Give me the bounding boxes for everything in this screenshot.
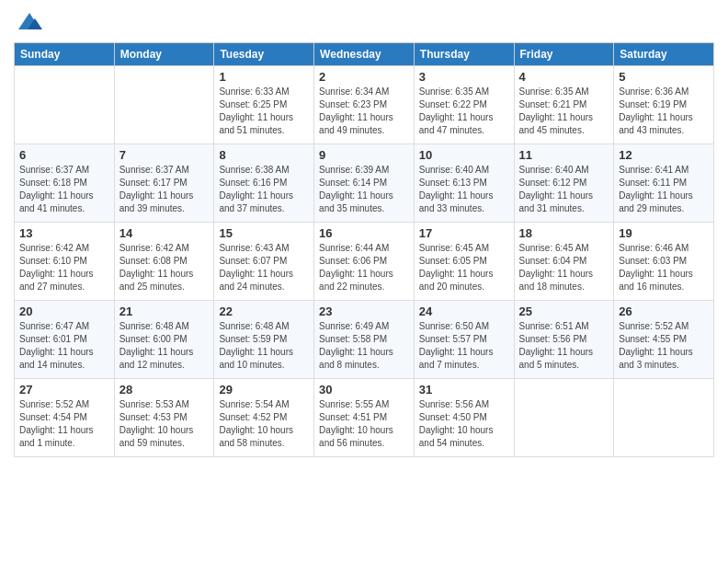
day-info: Sunrise: 6:43 AM Sunset: 6:07 PM Dayligh… [219,242,309,293]
day-number: 7 [119,148,210,162]
day-info: Sunrise: 6:37 AM Sunset: 6:18 PM Dayligh… [19,164,109,215]
day-info: Sunrise: 6:44 AM Sunset: 6:06 PM Dayligh… [319,242,409,293]
day-info: Sunrise: 6:41 AM Sunset: 6:11 PM Dayligh… [619,164,709,215]
calendar-cell: 22Sunrise: 6:48 AM Sunset: 5:59 PM Dayli… [214,301,314,379]
calendar-cell: 31Sunrise: 5:56 AM Sunset: 4:50 PM Dayli… [414,379,514,457]
calendar-cell: 19Sunrise: 6:46 AM Sunset: 6:03 PM Dayli… [614,223,714,301]
day-number: 26 [619,304,709,318]
day-info: Sunrise: 6:42 AM Sunset: 6:08 PM Dayligh… [119,242,210,293]
day-info: Sunrise: 6:40 AM Sunset: 6:12 PM Dayligh… [519,164,609,215]
calendar-cell: 5Sunrise: 6:36 AM Sunset: 6:19 PM Daylig… [614,66,714,144]
day-number: 15 [219,226,309,240]
day-number: 25 [519,304,609,318]
calendar-body: 1Sunrise: 6:33 AM Sunset: 6:25 PM Daylig… [15,66,714,457]
day-number: 28 [119,383,210,396]
day-info: Sunrise: 5:52 AM Sunset: 4:54 PM Dayligh… [19,398,109,450]
logo-icon [17,9,42,35]
day-number: 19 [619,226,709,240]
calendar-cell: 20Sunrise: 6:47 AM Sunset: 6:01 PM Dayli… [15,301,115,379]
calendar-week-row: 27Sunrise: 5:52 AM Sunset: 4:54 PM Dayli… [15,379,714,457]
weekday-header: Thursday [414,43,514,66]
day-info: Sunrise: 6:36 AM Sunset: 6:19 PM Dayligh… [619,86,709,137]
day-number: 16 [319,226,409,240]
day-number: 29 [219,383,309,396]
day-info: Sunrise: 6:40 AM Sunset: 6:13 PM Dayligh… [419,164,509,215]
calendar-cell: 16Sunrise: 6:44 AM Sunset: 6:06 PM Dayli… [314,223,415,301]
calendar-cell: 23Sunrise: 6:49 AM Sunset: 5:58 PM Dayli… [314,301,415,379]
day-number: 13 [19,226,109,240]
day-number: 6 [19,148,109,162]
logo [14,9,42,35]
day-info: Sunrise: 6:45 AM Sunset: 6:04 PM Dayligh… [519,242,609,293]
day-number: 8 [219,148,309,162]
day-number: 24 [419,304,509,318]
day-info: Sunrise: 5:56 AM Sunset: 4:50 PM Dayligh… [419,398,509,450]
day-number: 1 [219,70,309,84]
calendar-cell: 3Sunrise: 6:35 AM Sunset: 6:22 PM Daylig… [414,66,514,144]
calendar-cell: 28Sunrise: 5:53 AM Sunset: 4:53 PM Dayli… [114,379,214,457]
weekday-header: Saturday [614,43,714,66]
day-info: Sunrise: 5:53 AM Sunset: 4:53 PM Dayligh… [119,398,210,450]
calendar-cell: 27Sunrise: 5:52 AM Sunset: 4:54 PM Dayli… [15,379,115,457]
day-info: Sunrise: 6:37 AM Sunset: 6:17 PM Dayligh… [119,164,210,215]
day-info: Sunrise: 6:38 AM Sunset: 6:16 PM Dayligh… [219,164,309,215]
day-number: 22 [219,304,309,318]
calendar-cell: 21Sunrise: 6:48 AM Sunset: 6:00 PM Dayli… [114,301,214,379]
day-info: Sunrise: 6:46 AM Sunset: 6:03 PM Dayligh… [619,242,709,293]
calendar-cell: 1Sunrise: 6:33 AM Sunset: 6:25 PM Daylig… [214,66,314,144]
weekday-row: SundayMondayTuesdayWednesdayThursdayFrid… [15,43,714,66]
day-info: Sunrise: 6:50 AM Sunset: 5:57 PM Dayligh… [419,320,509,372]
day-info: Sunrise: 6:39 AM Sunset: 6:14 PM Dayligh… [319,164,409,215]
day-info: Sunrise: 6:45 AM Sunset: 6:05 PM Dayligh… [419,242,509,293]
day-info: Sunrise: 5:55 AM Sunset: 4:51 PM Dayligh… [319,398,409,450]
calendar-cell [114,66,214,144]
calendar-week-row: 1Sunrise: 6:33 AM Sunset: 6:25 PM Daylig… [15,66,714,144]
calendar-cell: 14Sunrise: 6:42 AM Sunset: 6:08 PM Dayli… [114,223,214,301]
day-number: 23 [319,304,409,318]
day-number: 4 [519,70,609,84]
calendar-cell: 9Sunrise: 6:39 AM Sunset: 6:14 PM Daylig… [314,144,415,223]
calendar-week-row: 13Sunrise: 6:42 AM Sunset: 6:10 PM Dayli… [15,223,714,301]
day-number: 27 [19,383,109,396]
calendar-cell: 26Sunrise: 5:52 AM Sunset: 4:55 PM Dayli… [614,301,714,379]
day-number: 30 [319,383,409,396]
day-info: Sunrise: 6:47 AM Sunset: 6:01 PM Dayligh… [19,320,109,372]
calendar-cell: 8Sunrise: 6:38 AM Sunset: 6:16 PM Daylig… [214,144,314,223]
weekday-header: Tuesday [214,43,314,66]
calendar-header: SundayMondayTuesdayWednesdayThursdayFrid… [15,43,714,66]
day-info: Sunrise: 6:49 AM Sunset: 5:58 PM Dayligh… [319,320,409,372]
calendar-cell: 30Sunrise: 5:55 AM Sunset: 4:51 PM Dayli… [314,379,415,457]
day-number: 5 [619,70,709,84]
day-info: Sunrise: 6:35 AM Sunset: 6:22 PM Dayligh… [419,86,509,137]
day-number: 3 [419,70,509,84]
day-number: 21 [119,304,210,318]
calendar-cell: 6Sunrise: 6:37 AM Sunset: 6:18 PM Daylig… [15,144,115,223]
calendar-cell [15,66,115,144]
calendar-cell: 2Sunrise: 6:34 AM Sunset: 6:23 PM Daylig… [314,66,415,144]
day-info: Sunrise: 6:48 AM Sunset: 5:59 PM Dayligh… [219,320,309,372]
calendar-cell: 24Sunrise: 6:50 AM Sunset: 5:57 PM Dayli… [414,301,514,379]
day-number: 9 [319,148,409,162]
calendar-table: SundayMondayTuesdayWednesdayThursdayFrid… [14,42,714,457]
weekday-header: Sunday [15,43,115,66]
day-info: Sunrise: 6:48 AM Sunset: 6:00 PM Dayligh… [119,320,210,372]
calendar-cell: 17Sunrise: 6:45 AM Sunset: 6:05 PM Dayli… [414,223,514,301]
calendar-cell: 25Sunrise: 6:51 AM Sunset: 5:56 PM Dayli… [514,301,614,379]
day-number: 12 [619,148,709,162]
calendar-cell: 11Sunrise: 6:40 AM Sunset: 6:12 PM Dayli… [514,144,614,223]
day-info: Sunrise: 6:42 AM Sunset: 6:10 PM Dayligh… [19,242,109,293]
weekday-header: Friday [514,43,614,66]
calendar-cell: 7Sunrise: 6:37 AM Sunset: 6:17 PM Daylig… [114,144,214,223]
day-number: 17 [419,226,509,240]
calendar-week-row: 6Sunrise: 6:37 AM Sunset: 6:18 PM Daylig… [15,144,714,223]
day-info: Sunrise: 6:33 AM Sunset: 6:25 PM Dayligh… [219,86,309,137]
day-number: 14 [119,226,210,240]
day-number: 31 [419,383,509,396]
calendar-cell: 12Sunrise: 6:41 AM Sunset: 6:11 PM Dayli… [614,144,714,223]
day-info: Sunrise: 5:52 AM Sunset: 4:55 PM Dayligh… [619,320,709,372]
calendar-cell: 15Sunrise: 6:43 AM Sunset: 6:07 PM Dayli… [214,223,314,301]
header [14,9,714,35]
day-info: Sunrise: 5:54 AM Sunset: 4:52 PM Dayligh… [219,398,309,450]
calendar-cell: 13Sunrise: 6:42 AM Sunset: 6:10 PM Dayli… [15,223,115,301]
day-info: Sunrise: 6:34 AM Sunset: 6:23 PM Dayligh… [319,86,409,137]
